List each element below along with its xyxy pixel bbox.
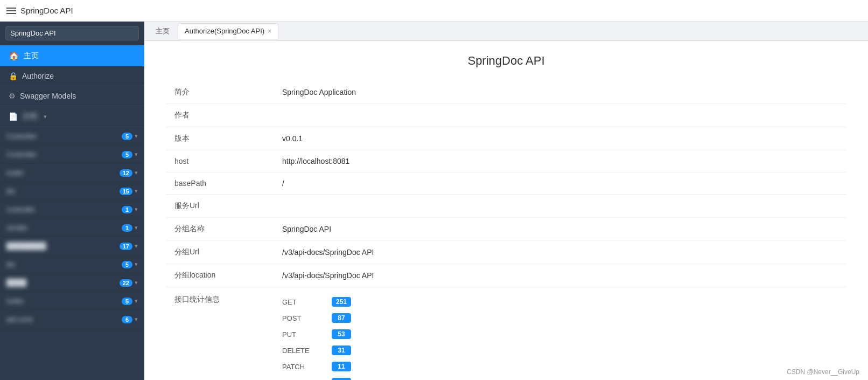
badge-5: 1 [122, 224, 132, 232]
home-label: 主页 [24, 51, 39, 61]
sidebar-controller-2[interactable]: troller 12 ▾ [0, 164, 144, 182]
hamburger-icon[interactable] [6, 8, 16, 14]
method-badge-delete: 31 [332, 346, 351, 355]
chevron-icon-10: ▾ [135, 316, 138, 323]
badge-0: 5 [122, 133, 132, 140]
method-badge-get: 251 [332, 297, 351, 307]
file-icon: 📄 [9, 112, 18, 121]
method-row-delete: DELETE 31 [282, 342, 838, 358]
home-icon: 🏠 [9, 51, 19, 61]
value-author [274, 104, 846, 127]
sidebar-item-home[interactable]: 🏠 主页 [0, 45, 144, 66]
label-groupurl: 分组Url [166, 241, 274, 264]
value-methods: GET 251 POST 87 PUT 53 DELETE [274, 287, 846, 381]
sidebar-select-wrapper: SpringDoc API [0, 22, 144, 45]
tab-close-icon[interactable]: × [268, 27, 271, 35]
sidebar-controller-10[interactable]: tail-contr 6 ▾ [0, 310, 144, 329]
label-basepath: basePath [166, 172, 274, 195]
badge-1: 5 [122, 151, 132, 158]
controller-label-3: ller [6, 187, 117, 195]
controller-label-2: troller [6, 169, 117, 177]
value-basepath: / [274, 172, 846, 195]
chevron-icon-0: ▾ [135, 133, 138, 140]
value-grouplocation: /v3/api-docs/SpringDoc API [274, 264, 846, 287]
value-serviceurl [274, 195, 846, 218]
sidebar-controller-1[interactable]: Controller 5 ▾ [0, 146, 144, 164]
badge-10: 6 [122, 316, 132, 323]
sidebar-controller-6[interactable]: ████████ 17 ▾ [0, 237, 144, 255]
controller-label-7: ller [6, 260, 120, 268]
label-host: host [166, 150, 274, 172]
controller-label-4: controller [6, 205, 120, 213]
sidebar-controller-0[interactable]: Controller 5 ▾ [0, 127, 144, 146]
method-label-get: GET [282, 298, 325, 306]
chevron-icon-4: ▾ [135, 206, 138, 213]
method-badge-post: 87 [332, 313, 351, 323]
controller-label-6: ████████ [6, 242, 117, 250]
sidebar-item-authorize[interactable]: 🔒 Authorize [0, 66, 144, 86]
controller-label-8: ████ [6, 279, 117, 287]
method-label-delete: DELETE [282, 347, 325, 355]
csdn-credit: CSDN @Never__GiveUp [787, 368, 859, 376]
label-serviceurl: 服务Url [166, 195, 274, 218]
badge-8: 22 [120, 279, 132, 287]
tab-home-label: 主页 [156, 26, 170, 36]
tab-bar: 主页 Authorize(SpringDoc API) × [144, 22, 868, 41]
value-intro: SpringDoc Application [274, 81, 846, 104]
method-row-put: PUT 53 [282, 326, 838, 342]
chevron-icon-5: ▾ [135, 224, 138, 231]
controller-label-10: tail-contr [6, 315, 120, 323]
chevron-icon-1: ▾ [135, 151, 138, 158]
value-version: v0.0.1 [274, 127, 846, 150]
label-author: 作者 [166, 104, 274, 127]
sidebar-controller-7[interactable]: ller 5 ▾ [0, 255, 144, 274]
table-row-methods: 接口统计信息 GET 251 POST 87 PUT 53 [166, 287, 846, 381]
label-grouplocation: 分组location [166, 264, 274, 287]
label-methods: 接口统计信息 [166, 287, 274, 381]
sidebar-controller-4[interactable]: controller 1 ▾ [0, 201, 144, 219]
sidebar-controller-9[interactable]: troller 5 ▾ [0, 292, 144, 310]
method-row-post: POST 87 [282, 310, 838, 326]
gear-icon: ⚙ [9, 92, 16, 100]
table-row-grouplocation: 分组location /v3/api-docs/SpringDoc API [166, 264, 846, 287]
controller-label-1: Controller [6, 150, 120, 158]
badge-2: 12 [120, 169, 132, 177]
value-groupname: SpringDoc API [274, 218, 846, 241]
sidebar-item-swagger-models[interactable]: ⚙ Swagger Models [0, 86, 144, 106]
chevron-icon-9: ▾ [135, 298, 138, 305]
header-title: SpringDoc API [20, 6, 73, 15]
method-badge-options: 1 [332, 378, 351, 380]
sidebar-controller-8[interactable]: ████ 22 ▾ [0, 274, 144, 292]
sidebar-item-doc[interactable]: 📄 文档 ▾ [0, 106, 144, 127]
table-row-groupurl: 分组Url /v3/api-docs/SpringDoc API [166, 241, 846, 264]
method-badge-put: 53 [332, 329, 351, 339]
chevron-icon-3: ▾ [135, 188, 138, 195]
table-row-version: 版本 v0.0.1 [166, 127, 846, 150]
method-label-post: POST [282, 314, 325, 322]
sidebar: SpringDoc API 🏠 主页 🔒 Authorize ⚙ Swagger… [0, 22, 144, 380]
badge-9: 5 [122, 298, 132, 305]
top-header: SpringDoc API [0, 0, 868, 22]
sidebar-controller-3[interactable]: ller 15 ▾ [0, 182, 144, 201]
tab-home[interactable]: 主页 [149, 23, 177, 39]
chevron-down-icon: ▾ [44, 113, 47, 120]
label-intro: 简介 [166, 81, 274, 104]
tab-active-label: Authorize(SpringDoc API) [185, 27, 264, 35]
api-select[interactable]: SpringDoc API [5, 26, 139, 40]
badge-7: 5 [122, 261, 132, 268]
badge-4: 1 [122, 206, 132, 213]
controller-label-9: troller [6, 297, 120, 305]
content-area: SpringDoc API 简介 SpringDoc Application 作… [144, 41, 868, 380]
page-title: SpringDoc API [166, 54, 846, 68]
badge-6: 17 [120, 243, 132, 250]
table-row-author: 作者 [166, 104, 846, 127]
value-host: http://localhost:8081 [274, 150, 846, 172]
sidebar-controller-5[interactable]: ntroller 1 ▾ [0, 219, 144, 237]
badge-3: 15 [120, 188, 132, 195]
label-version: 版本 [166, 127, 274, 150]
label-groupname: 分组名称 [166, 218, 274, 241]
chevron-icon-2: ▾ [135, 169, 138, 176]
main-layout: SpringDoc API 🏠 主页 🔒 Authorize ⚙ Swagger… [0, 22, 868, 380]
chevron-icon-7: ▾ [135, 261, 138, 268]
tab-authorize[interactable]: Authorize(SpringDoc API) × [178, 23, 278, 39]
